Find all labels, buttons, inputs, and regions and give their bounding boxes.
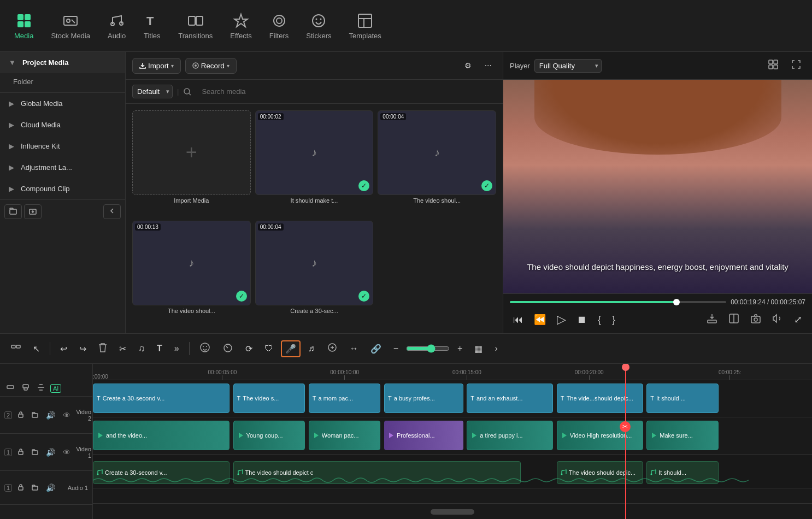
video1-mute-button[interactable]: 🔊 — [44, 447, 57, 458]
mark-out-button[interactable]: } — [609, 312, 619, 328]
v1-clip2[interactable]: Young coup... — [233, 421, 305, 450]
step-back-button[interactable]: ⏪ — [531, 311, 549, 328]
sidebar-item-global-media[interactable]: ▶ Global Media — [0, 93, 125, 114]
v2-clip5[interactable]: T and an exhaust... — [467, 384, 553, 413]
stabilize-button[interactable]: ⟳ — [241, 340, 257, 357]
progress-thumb[interactable] — [673, 299, 680, 305]
nav-transitions[interactable]: Transitions — [169, 8, 221, 44]
mark-in-button[interactable]: { — [595, 312, 604, 328]
zoom-slider[interactable] — [406, 344, 450, 353]
import-button[interactable]: Import ▾ — [132, 58, 181, 74]
clip2-thumb[interactable]: 00:00:04 ♪ ✓ — [378, 110, 496, 195]
text-button[interactable]: T — [152, 340, 167, 357]
v2-clip7[interactable]: T It should ... — [646, 384, 719, 413]
clip4-thumb[interactable]: 00:00:04 ♪ ✓ — [255, 221, 374, 305]
import-folder-button[interactable] — [24, 204, 42, 219]
v2-clip1[interactable]: T Create a 30-second v... — [93, 384, 230, 413]
grid-tl-button[interactable]: ▦ — [470, 340, 487, 357]
ai-clip-button[interactable]: AI — [50, 384, 61, 393]
audio1-folder-button[interactable] — [30, 482, 40, 493]
nav-filters[interactable]: Filters — [261, 8, 297, 44]
media-item-clip1[interactable]: 00:00:02 ♪ ✓ It should make t... — [255, 110, 374, 216]
v1-clip1[interactable]: and the video... — [93, 421, 230, 450]
collapse-sidebar-button[interactable] — [103, 204, 121, 219]
video2-lock-button[interactable] — [15, 410, 26, 421]
mask-button[interactable]: 🛡 — [260, 340, 278, 357]
nav-titles[interactable]: T Titles — [134, 8, 169, 44]
sidebar-item-adjustment[interactable]: ▶ Adjustment La... — [0, 157, 125, 178]
link-button[interactable]: 🔗 — [366, 340, 386, 357]
fullscreen-icon[interactable] — [787, 56, 805, 75]
play-button[interactable]: ▷ — [554, 310, 569, 329]
new-folder-button[interactable] — [4, 204, 22, 219]
grid-view-icon[interactable] — [764, 56, 782, 75]
nav-effects[interactable]: Effects — [221, 8, 261, 44]
add-track-button[interactable] — [7, 339, 25, 358]
sidebar-item-influence-kit[interactable]: ▶ Influence Kit — [0, 135, 125, 157]
video2-eye-button[interactable]: 👁 — [61, 410, 73, 421]
skip-back-button[interactable]: ⏮ — [510, 312, 526, 328]
beat-button[interactable]: ♬ — [304, 340, 319, 357]
split-button[interactable]: ✂ — [115, 340, 131, 357]
volume-button[interactable] — [769, 311, 786, 329]
media-item-clip3[interactable]: 00:00:13 ♪ ✓ The video shoul... — [132, 221, 251, 327]
nav-media[interactable]: Media — [5, 8, 42, 44]
sidebar-item-cloud-media[interactable]: ▶ Cloud Media — [0, 114, 125, 135]
record-button[interactable]: Record ▾ — [185, 58, 237, 74]
v1-clip3[interactable]: Woman pac... — [309, 421, 381, 450]
motion-button[interactable]: ↔ — [345, 340, 363, 357]
add-video-track-button[interactable] — [4, 382, 16, 394]
default-select-wrapper[interactable]: Default — [132, 85, 173, 98]
v2-clip4[interactable]: T a busy profes... — [384, 384, 463, 413]
import-media-thumb[interactable]: + — [132, 110, 251, 195]
media-item-clip4[interactable]: 00:00:04 ♪ ✓ Create a 30-sec... — [255, 221, 374, 327]
nav-stickers[interactable]: Stickers — [297, 8, 340, 44]
video1-lock-button[interactable] — [15, 447, 26, 458]
stop-button[interactable]: ⏹ — [574, 312, 590, 328]
v1-clip4[interactable]: Professional... — [384, 421, 463, 450]
search-input[interactable] — [196, 84, 496, 99]
clip3-thumb[interactable]: 00:00:13 ♪ ✓ — [132, 221, 251, 305]
sidebar-item-project-media[interactable]: ▼ Project Media — [0, 52, 125, 73]
video1-folder-button[interactable] — [30, 447, 40, 458]
v2-clip3[interactable]: T a mom pac... — [309, 384, 381, 413]
sidebar-folder[interactable]: Folder — [0, 73, 125, 92]
nav-stock-media[interactable]: Stock Media — [42, 8, 99, 44]
v1-clip5[interactable]: a tired puppy i... — [467, 421, 553, 450]
more-options-icon[interactable]: ··· — [480, 57, 496, 74]
sidebar-item-compound-clip[interactable]: ▶ Compound Clip — [0, 178, 125, 199]
zoom-in-button[interactable]: + — [453, 340, 467, 357]
face-effect-button[interactable] — [195, 339, 215, 358]
progress-bar[interactable] — [510, 301, 726, 303]
scroll-thumb[interactable] — [431, 509, 474, 515]
more-tools-button[interactable]: » — [170, 340, 184, 357]
ai-audio-button[interactable] — [322, 339, 342, 358]
add-nested-button[interactable] — [20, 382, 32, 394]
media-item-clip2[interactable]: 00:00:04 ♪ ✓ The video shoul... — [378, 110, 496, 216]
delete-button[interactable] — [94, 339, 111, 358]
quality-select[interactable]: Full Quality High Quality Medium Quality… — [534, 59, 602, 73]
video1-eye-button[interactable]: 👁 — [61, 447, 73, 458]
quality-select-wrapper[interactable]: Full Quality High Quality Medium Quality… — [534, 59, 602, 73]
record-mic-button[interactable]: 🎤 — [281, 340, 301, 357]
v1-clip6[interactable]: Video High resolution... — [557, 421, 643, 450]
default-select[interactable]: Default — [132, 85, 173, 98]
zoom-out-button[interactable]: − — [389, 340, 403, 357]
audio-detach-button[interactable]: ♫ — [134, 340, 149, 357]
v1-clip7[interactable]: Make sure... — [646, 421, 719, 450]
video2-mute-button[interactable]: 🔊 — [44, 410, 57, 421]
undo-button[interactable]: ↩ — [56, 340, 72, 357]
nav-templates[interactable]: Templates — [340, 8, 390, 44]
filter-icon[interactable]: ⚙ — [460, 58, 476, 73]
more-tl-button[interactable]: › — [490, 340, 502, 357]
snapshot-button[interactable] — [747, 311, 764, 329]
split-screen-button[interactable] — [725, 311, 743, 329]
speed-button[interactable] — [218, 339, 238, 358]
audio1-mute-button[interactable]: 🔊 — [44, 482, 57, 493]
v2-clip2[interactable]: T The video s... — [233, 384, 305, 413]
clip1-thumb[interactable]: 00:00:02 ♪ ✓ — [255, 110, 374, 195]
v2-clip6[interactable]: T The vide...should depic... — [557, 384, 643, 413]
redo-button[interactable]: ↪ — [75, 340, 91, 357]
split-track-button[interactable] — [35, 382, 47, 394]
add-to-timeline-button[interactable] — [703, 311, 721, 329]
